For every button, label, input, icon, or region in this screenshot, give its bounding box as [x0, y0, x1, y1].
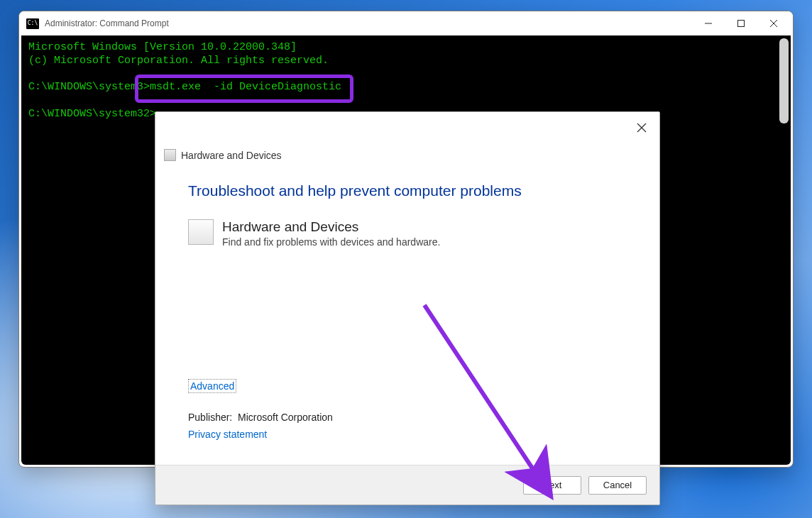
cancel-button[interactable]: Cancel	[588, 476, 647, 495]
close-button[interactable]	[757, 13, 790, 34]
dialog-heading: Troubleshoot and help prevent computer p…	[188, 182, 627, 199]
dialog-subtitle: Hardware and Devices	[222, 219, 440, 235]
cmd-prompt-1-prefix: C:\WINDOWS\system3	[28, 81, 143, 93]
device-box-icon	[188, 219, 214, 245]
dialog-footer: Next Cancel	[155, 465, 659, 505]
cmd-scrollbar-thumb[interactable]	[779, 38, 789, 123]
cmd-title: Administrator: Command Prompt	[45, 18, 692, 28]
cmd-titlebar[interactable]: C:\ Administrator: Command Prompt	[19, 11, 793, 35]
cmd-icon: C:\	[26, 18, 39, 29]
troubleshooter-dialog: Hardware and Devices Troubleshoot and he…	[155, 111, 660, 505]
publisher-line: Publisher: Microsoft Corporation	[188, 412, 627, 423]
cmd-line-1: Microsoft Windows [Version 10.0.22000.34…	[28, 41, 297, 53]
maximize-button[interactable]	[725, 13, 757, 34]
dialog-close-button[interactable]	[636, 122, 647, 133]
dialog-header-text: Hardware and Devices	[181, 150, 282, 161]
cmd-prompt-2: C:\WINDOWS\system32>	[28, 108, 156, 120]
advanced-link[interactable]: Advanced	[188, 379, 236, 393]
svg-rect-1	[738, 21, 745, 27]
dialog-description: Find and fix problems with devices and h…	[222, 236, 440, 248]
privacy-statement-link[interactable]: Privacy statement	[188, 429, 627, 440]
publisher-value: Microsoft Corporation	[238, 412, 333, 423]
hardware-icon	[164, 149, 176, 161]
publisher-label: Publisher:	[188, 412, 232, 423]
minimize-button[interactable]	[692, 13, 725, 34]
cmd-line-2: (c) Microsoft Corporation. All rights re…	[28, 55, 329, 67]
cmd-prompt-1-gt: >	[143, 81, 150, 93]
dialog-header: Hardware and Devices	[155, 112, 659, 161]
cmd-prompt-1-command: msdt.exe -id DeviceDiagnostic	[150, 81, 341, 93]
next-button[interactable]: Next	[523, 476, 581, 495]
